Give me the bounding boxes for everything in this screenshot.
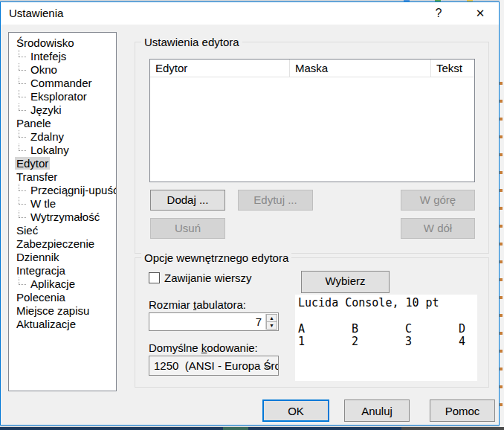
tree-connector [19, 70, 26, 71]
tree-item-label: Dziennik [15, 251, 61, 263]
tree-item-dziennik[interactable]: Dziennik [9, 251, 116, 264]
column-header-edytor[interactable]: Edytor [150, 60, 290, 77]
font-preview-cell: C [405, 323, 459, 336]
tree-item-polecenia[interactable]: Polecenia [9, 291, 116, 304]
tree-connector [19, 97, 26, 97]
tree-item-środowisko[interactable]: Środowisko [9, 36, 116, 50]
tree-item-label: Intefejs [29, 50, 68, 62]
tree-item-transfer[interactable]: Transfer [9, 170, 116, 184]
font-preview-cell: A [298, 323, 352, 336]
font-preview-cell: 1 [298, 336, 352, 348]
tree-item-integracja[interactable]: Integracja [9, 264, 116, 277]
font-preview: Lucida Console, 10 pt ABCD1234 [295, 295, 477, 381]
tree-item-label: Okno [29, 63, 59, 76]
tree-connector [19, 150, 26, 151]
tree-item-aktualizacje[interactable]: Aktualizacje [9, 318, 116, 331]
column-header-maska[interactable]: Maska [290, 60, 431, 77]
spin-buttons: ▲ ▼ [265, 314, 277, 330]
tree-connector [19, 110, 26, 111]
settings-dialog: Ustawienia ? ✕ ŚrodowiskoIntefejsOknoCom… [0, 1, 500, 426]
tree-item-przeciągnij-upuść[interactable]: Przeciągnij-upuść [9, 184, 116, 197]
background-segment [223, 427, 248, 430]
tree-item-zdalny[interactable]: Zdalny [9, 130, 116, 144]
tree-connector [19, 137, 26, 138]
tree-item-języki[interactable]: Języki [9, 103, 116, 117]
font-preview-cell: D [459, 323, 477, 336]
tree-item-label: Przeciągnij-upuść [29, 184, 117, 196]
internal-editor-options-group: Opcje wewnętrznego edytora Zawijanie wie… [135, 257, 489, 388]
editors-list[interactable]: Edytor Maska Tekst [149, 59, 475, 182]
tree-item-aplikacje[interactable]: Aplikacje [9, 277, 116, 291]
tree-item-label: Wytrzymałość [29, 211, 101, 223]
editor-settings-group: Ustawienia edytora Edytor Maska Tekst Do… [135, 42, 489, 254]
close-icon[interactable]: ✕ [463, 2, 497, 25]
font-preview-grid: ABCD1234 [298, 323, 474, 348]
tree-connector [19, 57, 26, 57]
tree-item-okno[interactable]: Okno [9, 63, 116, 77]
select-font-button[interactable]: Wybierz czcionkę... [301, 271, 390, 293]
background-segment [401, 427, 504, 430]
tab-size-value: 7 [256, 313, 262, 330]
window-title: Ustawienia [9, 2, 63, 25]
tree-connector [19, 284, 26, 285]
tree-item-wytrzymałość[interactable]: Wytrzymałość [9, 211, 116, 224]
tree-item-miejsce-zapisu[interactable]: Miejsce zapisu [9, 304, 116, 318]
tree-item-label: W tle [29, 197, 57, 210]
ok-button[interactable]: OK [262, 399, 329, 422]
tree-item-w-tle[interactable]: W tle [9, 197, 116, 211]
tree-item-zabezpieczenie[interactable]: Zabezpieczenie [9, 237, 116, 251]
tree-item-label: Transfer [15, 170, 59, 183]
checkbox-box[interactable] [149, 272, 160, 283]
tree-connector [19, 190, 26, 191]
tree-item-label: Edytor [15, 157, 50, 170]
tree-item-label: Polecenia [15, 291, 67, 304]
tree-connector [19, 217, 26, 218]
tree-item-panele[interactable]: Panele [9, 117, 116, 130]
tree-item-edytor[interactable]: Edytor [9, 157, 116, 170]
word-wrap-checkbox[interactable]: Zawijanie wierszy [149, 272, 252, 283]
help-icon[interactable]: ? [423, 2, 454, 25]
tab-size-stepper[interactable]: 7 ▲ ▼ [149, 312, 279, 331]
tree-connector [19, 204, 26, 205]
encoding-selected-value: 1250 (ANSI - Europa Środ [154, 356, 279, 375]
tree-item-label: Lokalny [29, 144, 71, 156]
tree-item-label: Panele [15, 117, 53, 129]
spin-up-icon[interactable]: ▲ [266, 314, 277, 321]
help-button[interactable]: Pomoc [430, 399, 495, 422]
settings-tree[interactable]: ŚrodowiskoIntefejsOknoCommanderEksplorat… [8, 32, 117, 391]
tree-item-label: Języki [29, 103, 63, 116]
background-right-strip [500, 0, 504, 430]
default-encoding-select[interactable]: 1250 (ANSI - Europa Środ [149, 356, 279, 376]
tree-item-label: Commander [29, 77, 94, 89]
tree-item-label: Miejsce zapisu [15, 304, 91, 317]
tree-item-intefejs[interactable]: Intefejs [9, 50, 116, 63]
tree-item-commander[interactable]: Commander [9, 77, 116, 90]
tree-item-label: Zabezpieczenie [15, 237, 96, 250]
tree-connector [19, 83, 26, 84]
column-header-tekst[interactable]: Tekst [431, 60, 474, 77]
title-bar[interactable]: Ustawienia ? ✕ [1, 2, 499, 25]
font-preview-cell: 4 [459, 336, 477, 348]
default-encoding-label: Domyślne kodowanie: [149, 341, 258, 354]
tree-item-label: Sieć [15, 224, 39, 237]
tree-item-label: Środowisko [15, 36, 76, 49]
tree-item-label: Integracja [15, 264, 67, 277]
add-button[interactable]: Dodaj ... [150, 190, 225, 211]
edit-button[interactable]: Edytuj ... [238, 190, 313, 211]
tree-item-sieć[interactable]: Sieć [9, 224, 116, 237]
cancel-button[interactable]: Anuluj [344, 399, 410, 422]
tree-item-label: Zdalny [29, 130, 65, 143]
remove-button[interactable]: Usuń [150, 218, 225, 239]
tab-size-label: Rozmiar tabulatora: [149, 298, 246, 311]
move-up-button[interactable]: W górę [401, 190, 475, 211]
background-bottom-strip [0, 427, 504, 430]
tree-item-label: Aktualizacje [15, 318, 77, 330]
tree-item-eksplorator[interactable]: Eksplorator [9, 90, 116, 103]
move-down-button[interactable]: W dół [401, 218, 475, 239]
font-preview-cell: 3 [405, 336, 459, 348]
spin-down-icon[interactable]: ▼ [266, 321, 277, 330]
group-title: Ustawienia edytora [141, 36, 242, 48]
word-wrap-label: Zawijanie wierszy [164, 272, 252, 284]
background-file-list [500, 67, 503, 417]
tree-item-lokalny[interactable]: Lokalny [9, 144, 116, 157]
